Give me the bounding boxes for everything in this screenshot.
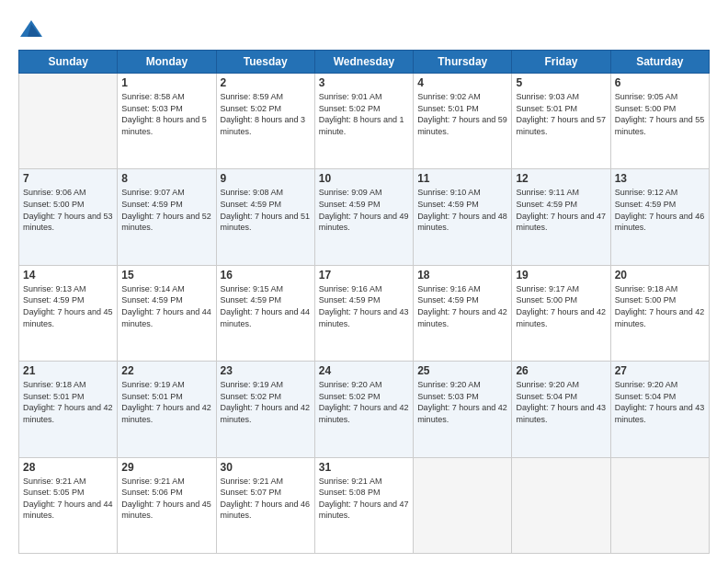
day-cell-2: 2Sunrise: 8:59 AMSunset: 5:02 PMDaylight…: [216, 74, 314, 169]
day-cell-6: 6Sunrise: 9:05 AMSunset: 5:00 PMDaylight…: [610, 74, 709, 169]
day-header-saturday: Saturday: [610, 51, 709, 74]
calendar-table: SundayMondayTuesdayWednesdayThursdayFrid…: [18, 50, 710, 554]
day-number: 1: [121, 76, 211, 89]
day-info: Sunrise: 9:20 AMSunset: 5:04 PMDaylight:…: [516, 379, 606, 425]
day-number: 13: [615, 172, 705, 185]
day-cell-22: 22Sunrise: 9:19 AMSunset: 5:01 PMDayligh…: [118, 362, 216, 457]
empty-cell: [414, 457, 512, 553]
day-number: 22: [121, 364, 211, 377]
day-number: 30: [221, 461, 311, 474]
day-info: Sunrise: 8:59 AMSunset: 5:02 PMDaylight:…: [221, 91, 311, 137]
day-header-monday: Monday: [118, 51, 216, 74]
day-cell-24: 24Sunrise: 9:20 AMSunset: 5:02 PMDayligh…: [314, 362, 413, 457]
day-info: Sunrise: 9:10 AMSunset: 4:59 PMDaylight:…: [417, 187, 507, 233]
day-info: Sunrise: 9:20 AMSunset: 5:02 PMDaylight:…: [319, 379, 409, 425]
day-header-wednesday: Wednesday: [314, 51, 413, 74]
day-info: Sunrise: 9:02 AMSunset: 5:01 PMDaylight:…: [417, 91, 507, 137]
day-number: 5: [516, 76, 606, 89]
day-cell-20: 20Sunrise: 9:18 AMSunset: 5:00 PMDayligh…: [610, 265, 709, 361]
day-info: Sunrise: 9:18 AMSunset: 5:00 PMDaylight:…: [615, 283, 705, 329]
day-cell-18: 18Sunrise: 9:16 AMSunset: 4:59 PMDayligh…: [414, 265, 512, 361]
day-number: 14: [23, 269, 113, 282]
day-info: Sunrise: 9:16 AMSunset: 4:59 PMDaylight:…: [319, 283, 409, 329]
day-header-sunday: Sunday: [19, 51, 118, 74]
day-number: 11: [417, 172, 507, 185]
day-number: 26: [516, 364, 606, 377]
day-header-thursday: Thursday: [414, 51, 512, 74]
day-info: Sunrise: 9:03 AMSunset: 5:01 PMDaylight:…: [516, 91, 606, 137]
day-cell-4: 4Sunrise: 9:02 AMSunset: 5:01 PMDaylight…: [414, 74, 512, 169]
day-number: 8: [121, 172, 211, 185]
day-cell-13: 13Sunrise: 9:12 AMSunset: 4:59 PMDayligh…: [610, 169, 709, 265]
day-info: Sunrise: 9:21 AMSunset: 5:06 PMDaylight:…: [121, 476, 211, 522]
logo-icon: [18, 17, 44, 42]
empty-cell: [610, 457, 709, 553]
day-cell-26: 26Sunrise: 9:20 AMSunset: 5:04 PMDayligh…: [512, 362, 610, 457]
day-info: Sunrise: 9:18 AMSunset: 5:01 PMDaylight:…: [23, 379, 113, 425]
day-cell-9: 9Sunrise: 9:08 AMSunset: 4:59 PMDaylight…: [216, 169, 314, 265]
day-number: 2: [221, 76, 311, 89]
day-cell-8: 8Sunrise: 9:07 AMSunset: 4:59 PMDaylight…: [118, 169, 216, 265]
empty-cell: [512, 457, 610, 553]
day-cell-1: 1Sunrise: 8:58 AMSunset: 5:03 PMDaylight…: [118, 74, 216, 169]
page: SundayMondayTuesdayWednesdayThursdayFrid…: [0, 0, 728, 563]
week-row-2: 7Sunrise: 9:06 AMSunset: 5:00 PMDaylight…: [19, 169, 710, 265]
day-header-tuesday: Tuesday: [216, 51, 314, 74]
day-number: 20: [615, 269, 705, 282]
day-number: 6: [615, 76, 705, 89]
day-cell-21: 21Sunrise: 9:18 AMSunset: 5:01 PMDayligh…: [19, 362, 118, 457]
day-number: 9: [221, 172, 311, 185]
day-cell-29: 29Sunrise: 9:21 AMSunset: 5:06 PMDayligh…: [118, 457, 216, 553]
day-info: Sunrise: 9:21 AMSunset: 5:07 PMDaylight:…: [221, 476, 311, 522]
week-row-5: 28Sunrise: 9:21 AMSunset: 5:05 PMDayligh…: [19, 457, 710, 553]
day-info: Sunrise: 9:21 AMSunset: 5:08 PMDaylight:…: [319, 476, 409, 522]
empty-cell: [19, 74, 118, 169]
logo: [18, 17, 47, 42]
day-info: Sunrise: 9:11 AMSunset: 4:59 PMDaylight:…: [516, 187, 606, 233]
day-info: Sunrise: 9:01 AMSunset: 5:02 PMDaylight:…: [319, 91, 409, 137]
day-number: 31: [319, 461, 409, 474]
day-info: Sunrise: 9:19 AMSunset: 5:02 PMDaylight:…: [221, 379, 311, 425]
header: [18, 17, 710, 42]
day-cell-17: 17Sunrise: 9:16 AMSunset: 4:59 PMDayligh…: [314, 265, 413, 361]
day-cell-30: 30Sunrise: 9:21 AMSunset: 5:07 PMDayligh…: [216, 457, 314, 553]
day-number: 3: [319, 76, 409, 89]
day-cell-7: 7Sunrise: 9:06 AMSunset: 5:00 PMDaylight…: [19, 169, 118, 265]
day-cell-11: 11Sunrise: 9:10 AMSunset: 4:59 PMDayligh…: [414, 169, 512, 265]
day-info: Sunrise: 9:15 AMSunset: 4:59 PMDaylight:…: [221, 283, 311, 329]
day-cell-15: 15Sunrise: 9:14 AMSunset: 4:59 PMDayligh…: [118, 265, 216, 361]
day-info: Sunrise: 9:19 AMSunset: 5:01 PMDaylight:…: [121, 379, 211, 425]
day-info: Sunrise: 9:05 AMSunset: 5:00 PMDaylight:…: [615, 91, 705, 137]
week-row-3: 14Sunrise: 9:13 AMSunset: 4:59 PMDayligh…: [19, 265, 710, 361]
day-cell-14: 14Sunrise: 9:13 AMSunset: 4:59 PMDayligh…: [19, 265, 118, 361]
day-cell-25: 25Sunrise: 9:20 AMSunset: 5:03 PMDayligh…: [414, 362, 512, 457]
day-number: 10: [319, 172, 409, 185]
day-info: Sunrise: 9:13 AMSunset: 4:59 PMDaylight:…: [23, 283, 113, 329]
day-number: 4: [417, 76, 507, 89]
week-row-4: 21Sunrise: 9:18 AMSunset: 5:01 PMDayligh…: [19, 362, 710, 457]
day-cell-31: 31Sunrise: 9:21 AMSunset: 5:08 PMDayligh…: [314, 457, 413, 553]
day-number: 7: [23, 172, 113, 185]
day-number: 25: [417, 364, 507, 377]
day-info: Sunrise: 9:21 AMSunset: 5:05 PMDaylight:…: [23, 476, 113, 522]
day-info: Sunrise: 9:20 AMSunset: 5:03 PMDaylight:…: [417, 379, 507, 425]
day-number: 18: [417, 269, 507, 282]
day-number: 29: [121, 461, 211, 474]
day-number: 19: [516, 269, 606, 282]
day-info: Sunrise: 9:12 AMSunset: 4:59 PMDaylight:…: [615, 187, 705, 233]
day-number: 27: [615, 364, 705, 377]
day-header-friday: Friday: [512, 51, 610, 74]
day-cell-23: 23Sunrise: 9:19 AMSunset: 5:02 PMDayligh…: [216, 362, 314, 457]
day-number: 15: [121, 269, 211, 282]
day-info: Sunrise: 8:58 AMSunset: 5:03 PMDaylight:…: [121, 91, 211, 137]
day-info: Sunrise: 9:07 AMSunset: 4:59 PMDaylight:…: [121, 187, 211, 233]
day-info: Sunrise: 9:16 AMSunset: 4:59 PMDaylight:…: [417, 283, 507, 329]
day-info: Sunrise: 9:08 AMSunset: 4:59 PMDaylight:…: [221, 187, 311, 233]
day-cell-28: 28Sunrise: 9:21 AMSunset: 5:05 PMDayligh…: [19, 457, 118, 553]
day-info: Sunrise: 9:20 AMSunset: 5:04 PMDaylight:…: [615, 379, 705, 425]
day-info: Sunrise: 9:14 AMSunset: 4:59 PMDaylight:…: [121, 283, 211, 329]
day-cell-3: 3Sunrise: 9:01 AMSunset: 5:02 PMDaylight…: [314, 74, 413, 169]
day-cell-12: 12Sunrise: 9:11 AMSunset: 4:59 PMDayligh…: [512, 169, 610, 265]
day-cell-19: 19Sunrise: 9:17 AMSunset: 5:00 PMDayligh…: [512, 265, 610, 361]
day-number: 16: [221, 269, 311, 282]
